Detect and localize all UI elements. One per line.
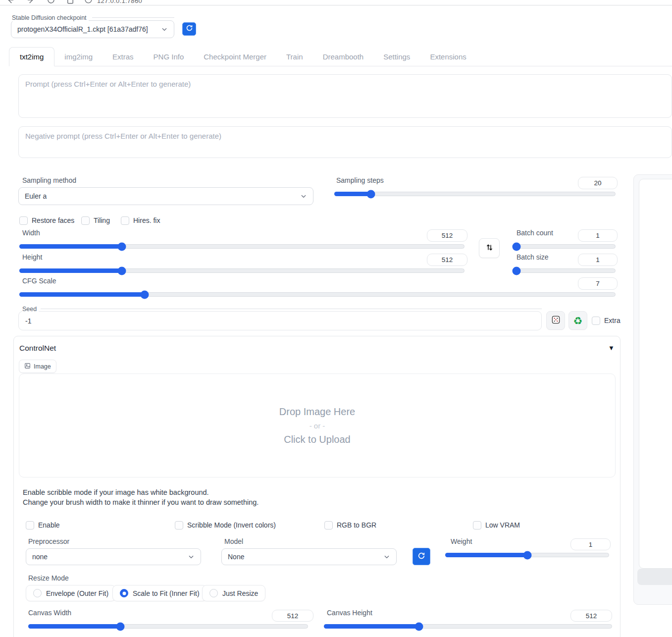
weight-label: Weight [451, 537, 472, 545]
model-label: Model [224, 537, 243, 545]
low-vram-checkbox[interactable] [473, 521, 481, 530]
chevron-down-icon [188, 553, 195, 560]
batch-count-input[interactable] [578, 229, 618, 242]
address-bar-url[interactable]: 127.0.0.1:7860 [97, 0, 142, 4]
resize-option-envelope-label: Envelope (Outer Fit) [46, 589, 108, 597]
model-value: None [228, 553, 244, 561]
refresh-models-button[interactable] [413, 548, 430, 565]
controlnet-image-tab[interactable]: Image [19, 360, 56, 373]
hires-fix-checkbox[interactable] [121, 216, 129, 225]
tab-dreambooth[interactable]: Dreambooth [313, 48, 374, 66]
resize-mode-label: Resize Mode [28, 574, 69, 582]
scribble-hint-line2: Change your brush width to make it thinn… [23, 498, 258, 506]
tab-png-info[interactable]: PNG Info [144, 48, 194, 66]
main-tabs: txt2img img2img Extras PNG Info Checkpoi… [9, 47, 672, 66]
sampling-steps-input[interactable] [578, 177, 618, 189]
controlnet-enable-label: Enable [38, 521, 60, 529]
seed-label: Seed [22, 306, 39, 313]
height-slider[interactable] [19, 268, 465, 273]
batch-count-label: Batch count [517, 229, 553, 237]
sampling-method-dropdown[interactable]: Euler a [18, 187, 313, 205]
weight-input[interactable] [570, 538, 611, 550]
seed-input[interactable] [18, 311, 542, 330]
canvas-width-slider[interactable] [28, 624, 308, 629]
weight-slider[interactable] [445, 553, 609, 557]
resize-option-just-resize-label: Just Resize [222, 589, 258, 597]
extra-seed-checkbox[interactable] [592, 317, 600, 325]
canvas-width-label: Canvas Width [28, 609, 71, 617]
random-seed-button[interactable] [546, 311, 565, 330]
preprocessor-value: none [32, 553, 48, 561]
restore-faces-checkbox[interactable] [19, 216, 28, 225]
drop-or-text: - or - [310, 422, 325, 430]
drop-image-here-text: Drop Image Here [279, 406, 355, 418]
tiling-checkbox[interactable] [81, 216, 90, 225]
forward-icon[interactable] [26, 0, 35, 4]
sampling-steps-label: Sampling steps [336, 176, 384, 184]
canvas-height-label: Canvas Height [327, 609, 372, 617]
scribble-mode-checkbox[interactable] [175, 521, 183, 530]
tab-settings[interactable]: Settings [373, 48, 420, 66]
back-icon[interactable] [6, 0, 15, 4]
preprocessor-label: Preprocessor [28, 537, 69, 545]
canvas-width-input[interactable] [272, 610, 313, 622]
refresh-checkpoints-button[interactable] [182, 22, 196, 36]
sampling-steps-slider[interactable] [334, 192, 616, 196]
swap-axes-icon [485, 243, 494, 254]
batch-count-slider[interactable] [514, 244, 616, 249]
chevron-down-icon [161, 26, 168, 33]
swap-dimensions-button[interactable] [479, 238, 500, 258]
controlnet-enable-checkbox[interactable] [26, 521, 34, 530]
cfg-scale-input[interactable] [578, 277, 618, 290]
batch-size-slider[interactable] [514, 268, 616, 273]
checkpoint-value: protogenX34OfficialR_1.ckpt [61a37adf76] [17, 25, 148, 33]
canvas-height-slider[interactable] [324, 624, 612, 629]
tab-train[interactable]: Train [276, 48, 313, 66]
results-action-button[interactable] [637, 569, 672, 585]
negative-prompt-input[interactable] [18, 126, 672, 158]
tab-extras[interactable]: Extras [103, 48, 144, 66]
prompt-input[interactable] [18, 74, 672, 118]
batch-size-input[interactable] [578, 254, 618, 266]
checkpoint-label: Stable Diffusion checkpoint [12, 14, 89, 21]
reuse-seed-button[interactable]: ♻ [569, 311, 587, 330]
rgb-to-bgr-checkbox[interactable] [324, 521, 333, 530]
checkpoint-legend-line [92, 17, 174, 18]
result-gallery-area [639, 179, 672, 569]
preprocessor-dropdown[interactable]: none [26, 548, 201, 565]
scribble-hint-line1: Enable scribble mode if your image has w… [23, 488, 209, 496]
extra-seed-label: Extra [604, 317, 620, 324]
reload-icon[interactable] [47, 0, 55, 4]
controlnet-image-tab-label: Image [34, 363, 51, 370]
collapse-arrow-icon[interactable]: ▼ [608, 344, 615, 352]
width-slider[interactable] [19, 244, 465, 249]
canvas-height-input[interactable] [570, 610, 612, 622]
controlnet-title: ControlNet [19, 344, 56, 353]
tab-txt2img[interactable]: txt2img [9, 47, 54, 66]
save-page-icon[interactable] [66, 0, 75, 4]
seed-legend-line [41, 309, 542, 309]
tab-img2img[interactable]: img2img [54, 48, 103, 66]
resize-option-envelope[interactable]: Envelope (Outer Fit) [26, 585, 116, 601]
resize-option-just-resize[interactable]: Just Resize [202, 585, 265, 601]
image-icon [24, 363, 31, 371]
sampling-method-value: Euler a [25, 192, 47, 200]
model-dropdown[interactable]: None [221, 548, 397, 565]
tab-checkpoint-merger[interactable]: Checkpoint Merger [194, 48, 276, 66]
height-input[interactable] [427, 254, 467, 266]
resize-option-scale-to-fit[interactable]: Scale to Fit (Inner Fit) [112, 585, 207, 601]
browser-toolbar: 127.0.0.1:7860 [0, 0, 672, 5]
restore-faces-label: Restore faces [32, 216, 74, 224]
tab-extensions[interactable]: Extensions [420, 48, 476, 66]
site-info-icon[interactable] [84, 0, 93, 4]
checkpoint-dropdown[interactable]: protogenX34OfficialR_1.ckpt [61a37adf76] [11, 20, 174, 38]
width-input[interactable] [427, 229, 467, 242]
cfg-scale-slider[interactable] [19, 292, 616, 297]
rgb-to-bgr-label: RGB to BGR [337, 521, 376, 529]
chevron-down-icon [300, 193, 307, 200]
batch-size-label: Batch size [517, 253, 549, 261]
image-drop-zone[interactable]: Drop Image Here - or - Click to Upload [19, 373, 616, 478]
stable-diffusion-webui: 127.0.0.1:7860 Stable Diffusion checkpoi… [0, 0, 672, 637]
recycle-icon: ♻ [573, 316, 583, 326]
dice-icon [551, 315, 561, 326]
